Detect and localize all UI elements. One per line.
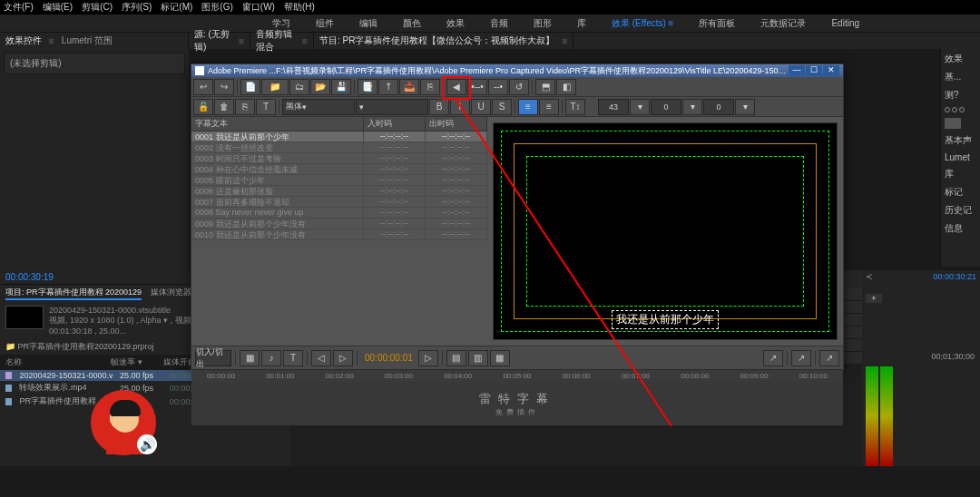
ws-effects-en[interactable]: 效果 (Effects) xyxy=(612,17,673,30)
rp-lumetri[interactable]: Lumet xyxy=(945,152,976,162)
tab-program-monitor[interactable]: 节目: PR字幕插件使用教程【微信公众号：视频制作大叔】 xyxy=(319,34,554,47)
rp-stack-icon[interactable] xyxy=(945,118,961,129)
subtitle-row[interactable]: 0009 我还是从前那个少年没有--:--:--:----:--:--:-- xyxy=(191,219,487,229)
preview-viewport[interactable]: 我还是从前那个少年 xyxy=(493,122,838,340)
ws-assembly[interactable]: 组件 xyxy=(316,17,334,30)
play-button[interactable]: ▷ xyxy=(333,350,353,366)
note-icon[interactable]: ♪ xyxy=(261,350,281,366)
view2-icon[interactable]: ▥ xyxy=(468,350,488,366)
range-icon[interactable]: •--• xyxy=(467,79,487,95)
text-icon[interactable]: T xyxy=(256,99,276,115)
copy-icon[interactable]: ⎘ xyxy=(420,79,440,95)
tab-effect-controls[interactable]: 效果控件 xyxy=(5,34,42,47)
maximize-button[interactable]: ☐ xyxy=(806,65,822,76)
loop-icon[interactable]: ↺ xyxy=(509,79,529,95)
align-center-button[interactable]: ≡ xyxy=(539,99,559,115)
ws-library[interactable]: 库 xyxy=(577,17,586,30)
subtitle-row[interactable]: 0004 种在心中信念丝毫未减--:--:--:----:--:--:-- xyxy=(191,164,487,175)
dd3[interactable]: ▾ xyxy=(735,99,755,115)
menu-clip[interactable]: 剪辑(C) xyxy=(82,1,113,14)
panel-menu-icon[interactable]: ≡ xyxy=(302,36,308,46)
subtitle-row[interactable]: 0007 面前再多艰险不退却--:--:--:----:--:--:-- xyxy=(191,197,487,208)
dup-icon[interactable]: ⎘ xyxy=(235,99,255,115)
subtitle-rows[interactable]: 0001 我还是从前那个少年--:--:--:----:--:--:--0002… xyxy=(191,132,487,346)
hdr-text[interactable]: 字幕文本 xyxy=(191,117,364,131)
rp-test[interactable]: 测? xyxy=(945,89,976,102)
panel-menu-icon[interactable]: ≡ xyxy=(239,36,244,46)
panel-menu-icon[interactable]: ≡ xyxy=(49,36,54,46)
trash-icon[interactable]: 🗑 xyxy=(214,99,234,115)
ws-color[interactable]: 颜色 xyxy=(403,17,421,30)
folder-icon[interactable]: 📂 xyxy=(310,79,330,95)
subtitle-row[interactable]: 0010 我还是从前那个少年没有--:--:--:----:--:--:-- xyxy=(191,229,487,240)
dd2[interactable]: ▾ xyxy=(682,99,702,115)
underline-button[interactable]: U xyxy=(471,99,491,115)
dd1[interactable]: ▾ xyxy=(630,99,650,115)
preview-subtitle-text[interactable]: 我还是从前那个少年 xyxy=(612,311,718,328)
send2-icon[interactable]: ↗ xyxy=(791,350,811,366)
undo-icon[interactable]: ↩ xyxy=(193,79,213,95)
send3-icon[interactable]: ↗ xyxy=(819,350,839,366)
view3-icon[interactable]: ▦ xyxy=(490,350,510,366)
menu-graphics[interactable]: 图形(G) xyxy=(201,1,232,14)
layout1-icon[interactable]: ⬒ xyxy=(535,79,555,95)
hdr-fps[interactable]: 帧速率 ▾ xyxy=(111,356,155,368)
spacing2-field[interactable]: 0 xyxy=(703,99,734,115)
subtitle-row[interactable]: 0005 眼前这个少年--:--:--:----:--:--:-- xyxy=(191,175,487,186)
subtitle-row[interactable]: 0006 还是最初那张脸--:--:--:----:--:--:-- xyxy=(191,186,487,197)
menu-window[interactable]: 窗口(W) xyxy=(242,1,275,14)
vistitle-plugin-window[interactable]: Adobe Premiere ... F:\科普视频录制\工程\PR字幕插件使用… xyxy=(191,63,844,370)
plugin-mini-ruler[interactable]: 00:00:0000:01:0000:02:0000:03:0000:04:00… xyxy=(191,369,843,382)
download-icon[interactable]: 📥 xyxy=(399,79,419,95)
subtitle-row[interactable]: 0003 时间只不过是考验--:--:--:----:--:--:-- xyxy=(191,153,487,164)
close-button[interactable]: ✕ xyxy=(823,65,839,76)
rp-history[interactable]: 历史记 xyxy=(945,204,976,217)
ws-audio[interactable]: 音频 xyxy=(490,17,508,30)
media-browser-tab[interactable]: 媒体浏览器 xyxy=(151,287,191,300)
hdr-in[interactable]: 入时码 xyxy=(364,117,426,131)
minimize-button[interactable]: — xyxy=(789,65,805,76)
open-folder-icon[interactable]: 🗂 xyxy=(289,79,309,95)
panel-menu-icon[interactable]: ≡ xyxy=(562,36,567,46)
tab-lumetri-scopes[interactable]: Lumetri 范围 xyxy=(62,34,113,47)
font-dropdown[interactable]: 黑体 ▾ xyxy=(282,99,355,115)
spacing-field[interactable]: 0 xyxy=(651,99,681,115)
layout2-icon[interactable]: ◧ xyxy=(556,79,576,95)
ws-graphics[interactable]: 图形 xyxy=(534,17,552,30)
redo-icon[interactable]: ↪ xyxy=(214,79,234,95)
ws-editing-cn[interactable]: 编辑 xyxy=(359,17,377,30)
save-icon[interactable]: 💾 xyxy=(331,79,351,95)
rp-lib[interactable]: 库 xyxy=(945,168,976,180)
hdr-out[interactable]: 出时码 xyxy=(426,117,487,131)
italic-button[interactable]: I xyxy=(450,99,470,115)
ws-allpanels[interactable]: 所有面板 xyxy=(699,17,735,30)
subtitle-row[interactable]: 0008 Say never never give up--:--:--:---… xyxy=(191,208,487,219)
menu-help[interactable]: 帮助(H) xyxy=(284,1,315,14)
menu-marker[interactable]: 标记(M) xyxy=(161,1,192,14)
subtitle-row[interactable]: 0001 我还是从前那个少年--:--:--:----:--:--:-- xyxy=(191,132,487,142)
ws-metadata[interactable]: 元数据记录 xyxy=(760,17,806,30)
rp-effects[interactable]: 效果 xyxy=(945,53,976,65)
grid-icon[interactable]: ▦ xyxy=(240,350,260,366)
range2-icon[interactable]: --• xyxy=(488,79,508,95)
send1-icon[interactable]: ↗ xyxy=(763,350,783,366)
ws-editing-en[interactable]: Editing xyxy=(831,18,859,28)
strike-button[interactable]: S xyxy=(492,99,512,115)
style-dropdown[interactable]: ▾ xyxy=(356,99,428,115)
add-button[interactable]: + xyxy=(866,294,882,303)
align-left-button[interactable]: ≡ xyxy=(518,99,538,115)
menu-sequence[interactable]: 序列(S) xyxy=(122,1,152,14)
plugin-track[interactable]: 雷特字幕 免费插件 xyxy=(191,382,843,425)
menu-file[interactable]: 文件(F) xyxy=(4,1,34,14)
font-size-field[interactable]: 43 xyxy=(598,99,629,115)
menu-edit[interactable]: 编辑(E) xyxy=(43,1,73,14)
rp-base[interactable]: 基... xyxy=(945,71,976,83)
rp-basic-sound[interactable]: 基本声 xyxy=(945,134,976,147)
import-icon[interactable]: 📑 xyxy=(358,79,377,95)
size-button[interactable]: T↕ xyxy=(565,99,585,115)
export-icon[interactable]: ⤒ xyxy=(378,79,398,95)
lock-icon[interactable]: 🔓 xyxy=(193,99,213,115)
plugin-titlebar[interactable]: Adobe Premiere ... F:\科普视频录制\工程\PR字幕插件使用… xyxy=(191,64,843,77)
ws-effects-cn[interactable]: 效果 xyxy=(446,17,465,30)
text2-icon[interactable]: T xyxy=(283,350,303,366)
